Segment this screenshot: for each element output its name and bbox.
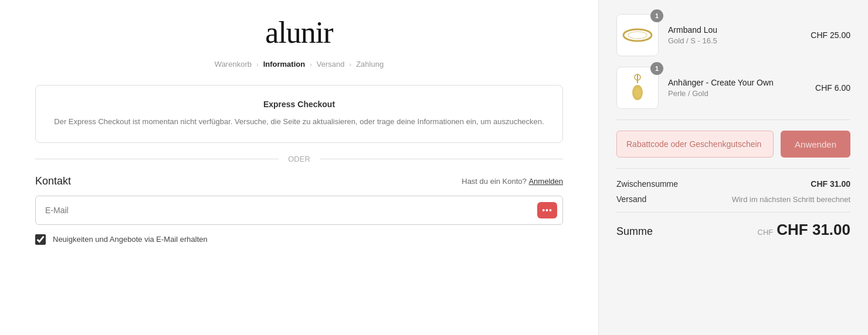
divider-1 (616, 119, 850, 120)
apply-discount-button[interactable]: Anwenden (781, 131, 850, 158)
email-input[interactable] (35, 196, 563, 225)
total-label: Summe (616, 225, 653, 238)
breadcrumb-separator-3: › (350, 61, 352, 68)
discount-row: Anwenden (616, 131, 850, 158)
svg-point-1 (628, 32, 647, 39)
breadcrumb-item-zahlung[interactable]: Zahlung (356, 60, 384, 69)
breadcrumb-item-versand[interactable]: Versand (317, 60, 345, 69)
item-variant-2: Perle / Gold (668, 89, 806, 98)
item-image-wrapper-1: 1 (616, 14, 659, 56)
login-link[interactable]: Anmelden (528, 177, 563, 186)
email-field-container: ••• (35, 196, 563, 225)
item-badge-1: 1 (650, 9, 663, 22)
breadcrumb-item-warenkorb[interactable]: Warenkorb (215, 60, 252, 69)
item-info-1: Armband Lou Gold / S - 16.5 (668, 25, 801, 45)
svg-point-5 (634, 87, 641, 98)
shipping-value: Wird im nächsten Schritt berechnet (732, 195, 850, 204)
kontakt-label: Kontakt (35, 175, 71, 187)
express-checkout-message: Der Express Checkout ist momentan nicht … (53, 116, 545, 128)
total-currency: CHF (758, 228, 774, 237)
left-panel: alunir Warenkorb › Information › Versand… (0, 0, 598, 335)
item-image-wrapper-2: 1 (616, 67, 659, 109)
newsletter-label[interactable]: Neuigkeiten und Angebote via E-Mail erha… (53, 235, 208, 244)
subtotal-row: Zwischensumme CHF 31.00 (616, 179, 850, 189)
bracelet-image (622, 27, 653, 43)
right-panel: 1 Armband Lou Gold / S - 16.5 CHF 25.00 … (598, 0, 868, 335)
shipping-row: Versand Wird im nächsten Schritt berechn… (616, 194, 850, 204)
cart-item-1: 1 Armband Lou Gold / S - 16.5 CHF 25.00 (616, 14, 850, 56)
item-name-2: Anhänger - Create Your Own (668, 78, 806, 87)
item-info-2: Anhänger - Create Your Own Perle / Gold (668, 78, 806, 98)
cart-item-2: 1 Anhänger - Create Your Own Perle / Gol… (616, 67, 850, 109)
shipping-label: Versand (616, 194, 646, 204)
discount-input[interactable] (616, 131, 774, 158)
pendant-image (628, 73, 647, 103)
total-amount: CHF CHF 31.00 (758, 221, 850, 239)
subtotal-label: Zwischensumme (616, 179, 678, 189)
oder-text: ODER (288, 155, 310, 163)
breadcrumb: Warenkorb › Information › Versand › Zahl… (35, 60, 563, 69)
kontakt-header: Kontakt Hast du ein Konto? Anmelden (35, 175, 563, 187)
express-checkout-box: Express Checkout Der Express Checkout is… (35, 85, 563, 143)
item-name-1: Armband Lou (668, 25, 801, 35)
newsletter-checkbox[interactable] (35, 234, 46, 245)
dots-icon: ••• (542, 206, 552, 215)
breadcrumb-separator-1: › (256, 61, 259, 68)
divider-2 (616, 168, 850, 169)
oder-divider: ODER (35, 155, 563, 163)
item-badge-2: 1 (650, 62, 663, 75)
account-prompt: Hast du ein Konto? Anmelden (462, 177, 563, 186)
newsletter-checkbox-row: Neuigkeiten und Angebote via E-Mail erha… (35, 234, 563, 245)
svg-point-0 (623, 29, 652, 41)
express-checkout-title: Express Checkout (53, 100, 545, 109)
email-autofill-button[interactable]: ••• (537, 202, 557, 218)
breadcrumb-separator-2: › (310, 61, 312, 68)
subtotal-value: CHF 31.00 (811, 179, 850, 189)
item-price-1: CHF 25.00 (811, 30, 850, 40)
total-row: Summe CHF CHF 31.00 (616, 212, 850, 239)
item-price-2: CHF 6.00 (815, 83, 850, 93)
breadcrumb-item-information[interactable]: Information (263, 60, 306, 69)
item-variant-1: Gold / S - 16.5 (668, 36, 801, 45)
total-value: CHF 31.00 (777, 221, 850, 239)
logo-container: alunir (35, 0, 563, 60)
brand-logo: alunir (35, 18, 563, 48)
